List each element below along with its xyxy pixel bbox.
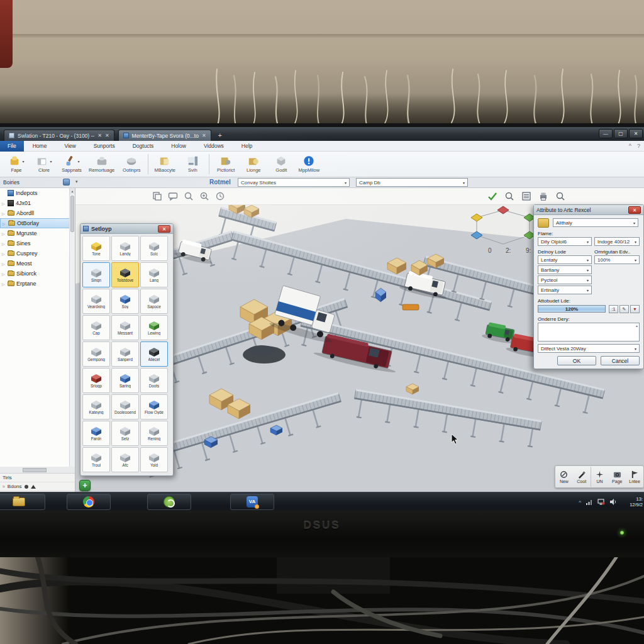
palette-item-yold[interactable]: Yold xyxy=(140,447,168,472)
tree-item-erptane[interactable]: ▷Erptane xyxy=(0,279,75,289)
boiries-dropdown[interactable]: Boiries xyxy=(3,179,19,186)
taskbar-explorer-button[interactable] xyxy=(0,494,45,510)
description-textarea[interactable]: ▲ xyxy=(538,323,640,341)
document-tab-1[interactable]: Swlation - T210 - Oay - (3100) -- ✕ ✕ xyxy=(4,130,114,141)
palette-item-afc[interactable]: Afc xyxy=(111,447,139,472)
ribbon-button-sappnats[interactable]: ▾ Sappnats xyxy=(58,152,86,176)
tree-item-meost[interactable]: ▷Meost xyxy=(0,258,75,269)
ribbon-button-svih[interactable]: Svih xyxy=(179,152,206,176)
duty-dropdown[interactable]: Dity Oiplol6▾ xyxy=(538,237,592,246)
percent-dropdown[interactable]: 100%▾ xyxy=(594,255,640,264)
ribbon-button-lionge[interactable]: Lionge xyxy=(240,152,267,176)
progress-bar[interactable]: 120% xyxy=(538,305,606,313)
lentaty-dropdown[interactable]: Lentaty▾ xyxy=(538,255,592,264)
palette-item-troul[interactable]: Troul xyxy=(82,447,110,472)
expander-icon[interactable]: ▷ xyxy=(2,252,6,256)
chevron-down-icon[interactable]: ▾ xyxy=(75,179,78,184)
panel-icon[interactable] xyxy=(63,179,70,186)
tree-item-mgruste[interactable]: ▷Mgruste xyxy=(0,228,75,238)
copy-pages-icon[interactable] xyxy=(152,191,162,201)
palette-item-lang[interactable]: Lang xyxy=(140,262,168,287)
vista-dropdown[interactable]: Ditfect Vesta 20Way▾ xyxy=(538,344,640,353)
expander-icon[interactable]: ▷ xyxy=(2,201,6,206)
record-icon[interactable] xyxy=(25,485,28,489)
expander-icon[interactable]: ▷ xyxy=(2,262,6,266)
palette-item-dooleooend[interactable]: Dooleooend xyxy=(111,394,139,419)
menu-file[interactable]: File xyxy=(0,141,24,152)
tab-close-icon[interactable]: ✕ xyxy=(97,133,102,138)
tab-close-icon[interactable]: ✕ xyxy=(105,133,109,138)
pen-icon[interactable]: ✎ xyxy=(619,305,629,313)
network-bars-icon[interactable] xyxy=(586,498,593,506)
camp-dropdown[interactable]: Camp Db▾ xyxy=(356,178,468,187)
taskbar-va-app-button[interactable]: VA xyxy=(230,494,274,510)
scrollbar-thumb[interactable] xyxy=(23,468,47,472)
expander-icon[interactable]: ▷ xyxy=(2,272,6,276)
new-tab-button[interactable]: + xyxy=(215,131,225,141)
palette-item-sapoce[interactable]: Sapoce xyxy=(140,289,168,314)
ribbon-button-ootinprs[interactable]: Ootinprs xyxy=(118,152,145,176)
ribbon-button-mbaocyte[interactable]: MBaocyte xyxy=(151,152,179,176)
palette-item-pardn[interactable]: Pardn xyxy=(82,421,110,446)
new-button[interactable]: New xyxy=(555,467,573,487)
marker-icon[interactable] xyxy=(31,485,36,489)
menu-sunports[interactable]: Sunports xyxy=(85,141,124,152)
search-icon[interactable] xyxy=(504,191,514,201)
tray-chevron-icon[interactable]: ^ xyxy=(579,499,581,505)
taskbar-chrome-button[interactable] xyxy=(67,494,111,510)
palette-item-solc[interactable]: Solc xyxy=(140,236,168,261)
ribbon-button-remortuage[interactable]: Remortuage xyxy=(86,152,118,176)
clock-icon[interactable] xyxy=(215,191,225,201)
palette-item-landy[interactable]: Landy xyxy=(111,236,139,261)
page-button[interactable]: Page xyxy=(608,467,626,487)
palette-item-gempong[interactable]: Gempong xyxy=(82,341,110,367)
palette-item-soy[interactable]: Soy xyxy=(111,289,139,314)
menu-help[interactable]: Help xyxy=(233,141,261,152)
ok-button[interactable]: OK xyxy=(557,356,596,365)
tray-clock[interactable]: 13: 12/9/2 xyxy=(621,496,643,508)
expander-icon[interactable]: ▷ xyxy=(2,242,6,246)
help-icon[interactable]: ? xyxy=(637,141,640,152)
expander-icon[interactable]: ▷ xyxy=(2,211,6,216)
printer-icon[interactable] xyxy=(538,191,548,201)
tree-scrollbar[interactable]: ▲ xyxy=(69,188,75,467)
menu-holow[interactable]: Holow xyxy=(162,141,195,152)
palette-item-lewing[interactable]: Lewing xyxy=(140,315,168,340)
expander-icon[interactable]: ▷ xyxy=(2,282,6,286)
tree-item-otborlay[interactable]: ▷OtBorlay xyxy=(0,218,75,228)
conveyor-dropdown[interactable]: Convay Shoites▾ xyxy=(238,178,350,187)
menu-home[interactable]: Home xyxy=(24,141,56,152)
palette-item-setz[interactable]: Setz xyxy=(111,421,139,446)
alithaly-dropdown[interactable]: Alithaly▾ xyxy=(553,218,638,227)
palette-item-tone[interactable]: Tone xyxy=(82,236,110,261)
expander-icon[interactable]: ▷ xyxy=(3,221,6,226)
ribbon-button-mppmllow[interactable]: MppMllow xyxy=(295,152,323,176)
minimize-button[interactable]: — xyxy=(599,129,613,138)
comment-icon[interactable] xyxy=(168,191,178,201)
palette-item-sriogp[interactable]: Sriogp xyxy=(82,368,110,393)
ertinalty-dropdown[interactable]: Ertinalty▾ xyxy=(538,286,592,294)
pycteol-dropdown[interactable]: Pycteol▾ xyxy=(538,275,592,284)
bartlany-dropdown[interactable]: Bartlany▾ xyxy=(538,265,592,274)
collapse-ribbon-icon[interactable]: ^ xyxy=(629,141,631,152)
menu-dogtucts[interactable]: Dogtucts xyxy=(124,141,163,152)
horizontal-scrollbar[interactable] xyxy=(0,467,75,474)
palette-item-messant[interactable]: Messant xyxy=(111,315,139,340)
tree-item-abordll[interactable]: ▷Abordll xyxy=(0,208,75,218)
tree-item-4jx01[interactable]: ▷4Jx01 xyxy=(0,198,75,208)
ribbon-button-godlt[interactable]: Godlt xyxy=(267,152,295,176)
tree-item-cusprey[interactable]: ▷Cusprey xyxy=(0,248,75,258)
cancel-button[interactable]: Cancel xyxy=(601,356,640,365)
check-icon[interactable] xyxy=(487,191,497,201)
taskbar-green-app-button[interactable] xyxy=(147,494,191,510)
palette-item-tolstdove[interactable]: Tolstdove xyxy=(111,262,139,287)
tree-item-sines[interactable]: ▷Sines xyxy=(0,238,75,248)
palette-item-saring[interactable]: Saring xyxy=(111,368,139,393)
eyedropper-icon[interactable]: ▼ xyxy=(630,305,640,313)
ribbon-button-pictlorict[interactable]: Pictlorict xyxy=(212,152,240,176)
maximize-button[interactable]: ▢ xyxy=(614,129,628,138)
palette-item-doots[interactable]: Doots xyxy=(140,368,168,393)
add-button[interactable]: + xyxy=(79,480,91,491)
ratio-button[interactable]: :1 xyxy=(609,305,618,313)
menu-viddows[interactable]: Viddows xyxy=(195,141,233,152)
